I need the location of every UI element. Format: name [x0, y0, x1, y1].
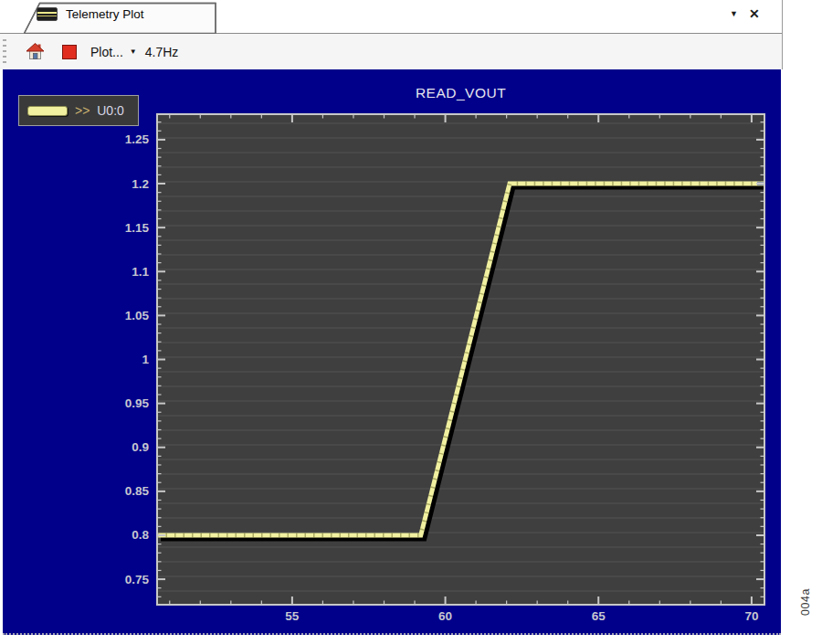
svg-text:1.2: 1.2 — [132, 177, 149, 191]
svg-text:55: 55 — [285, 609, 300, 623]
svg-text:1.05: 1.05 — [125, 309, 150, 322]
svg-text:1.15: 1.15 — [125, 221, 150, 235]
svg-text:0.75: 0.75 — [125, 573, 150, 586]
svg-text:65: 65 — [592, 609, 606, 623]
svg-text:0.8: 0.8 — [132, 528, 149, 542]
svg-text:1.25: 1.25 — [125, 132, 150, 146]
telemetry-chart[interactable]: 1.251.21.151.11.0510.950.90.850.80.75556… — [0, 0, 822, 644]
telemetry-plot-window: Telemetry Plot ▼ ✕ Plot... ▼ — [0, 0, 822, 644]
svg-text:0.9: 0.9 — [132, 440, 149, 454]
svg-text:60: 60 — [438, 609, 452, 623]
figure-code-watermark: 004a — [799, 585, 812, 619]
svg-text:0.85: 0.85 — [125, 484, 150, 498]
svg-text:1.1: 1.1 — [132, 265, 149, 279]
svg-text:1: 1 — [142, 353, 149, 366]
svg-text:0.95: 0.95 — [125, 396, 150, 410]
svg-text:70: 70 — [744, 609, 758, 623]
